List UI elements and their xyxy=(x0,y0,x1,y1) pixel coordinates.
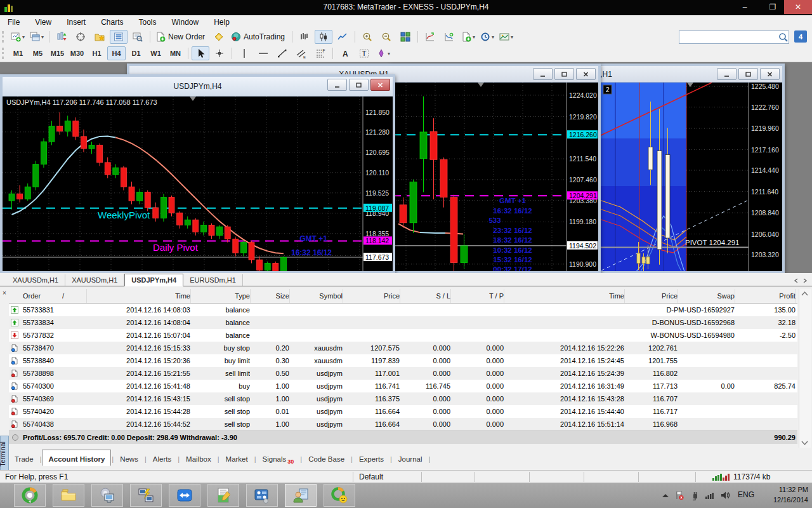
autotrading-button[interactable]: AutoTrading xyxy=(229,30,289,44)
taskbar-notepad-editor[interactable] xyxy=(207,484,239,507)
table-row-order-55740300[interactable]: 557403002014.12.16 15:41:48buy1.00usdjpy… xyxy=(9,380,797,393)
taskbar-file-explorer[interactable] xyxy=(53,484,84,507)
restore-button[interactable]: ❐ xyxy=(764,0,782,14)
menu-view[interactable]: View xyxy=(27,17,59,28)
terminal-tab-signals[interactable]: Signals30 xyxy=(257,452,300,467)
network-signal-icon[interactable] xyxy=(704,490,716,501)
fibonacci-retracement-button[interactable]: F xyxy=(311,46,329,60)
chart-close-button[interactable] xyxy=(760,68,780,80)
column-header-price[interactable]: Price xyxy=(625,289,678,303)
action-center-flag-icon[interactable] xyxy=(674,490,685,501)
text-button[interactable]: A xyxy=(336,46,354,60)
terminal-tab-market[interactable]: Market xyxy=(220,452,254,465)
column-header-price[interactable]: Price xyxy=(344,289,400,303)
taskbar-user-session[interactable] xyxy=(285,484,317,507)
new-order-button[interactable]: New Order xyxy=(154,30,209,44)
tile-windows-button[interactable] xyxy=(396,30,414,44)
table-row-order-55733834[interactable]: 557338342014.12.16 14:08:04balanceD-BONU… xyxy=(9,316,797,330)
chart-tab-usdjpym-h4[interactable]: USDJPYm,H4 xyxy=(124,274,183,286)
chart-bars-button[interactable] xyxy=(296,30,313,44)
menu-window[interactable]: Window xyxy=(164,17,207,28)
terminal-tab-alerts[interactable]: Alerts xyxy=(147,452,177,465)
terminal-tab-experts[interactable]: Experts xyxy=(353,452,390,465)
timeframe-m15-button[interactable]: M15 xyxy=(48,46,67,60)
column-header-profit[interactable]: Profit xyxy=(736,289,796,303)
table-row-order-55738898[interactable]: 557388982014.12.16 15:21:55sell limit0.5… xyxy=(9,367,797,380)
table-row-order-55740438[interactable]: 557404382014.12.16 15:44:52sell stop1.00… xyxy=(9,418,797,431)
column-header-time[interactable]: Time xyxy=(82,289,191,303)
timeframe-mn-button[interactable]: MN xyxy=(166,46,185,60)
terminal-side-tab[interactable]: Terminal xyxy=(0,436,9,471)
periods-button[interactable]: ▾ xyxy=(478,30,496,44)
table-row-order-55737832[interactable]: 557378322014.12.16 15:07:04balanceW-BONU… xyxy=(9,329,797,342)
menu-insert[interactable]: Insert xyxy=(59,17,93,28)
new-chart-button[interactable]: ▾ xyxy=(9,30,27,44)
power-plug-icon[interactable] xyxy=(689,490,700,501)
metaeditor-button[interactable] xyxy=(210,30,228,44)
terminal-tab-code-base[interactable]: Code Base xyxy=(303,452,350,465)
timeframe-h1-button[interactable]: H1 xyxy=(88,46,106,60)
menu-file[interactable]: File xyxy=(0,17,27,28)
column-header-order[interactable]: Order xyxy=(23,289,87,303)
table-scrollbar[interactable] xyxy=(799,289,811,448)
table-row-order-55733831[interactable]: 557338312014.12.16 14:08:03balanceD-PM-U… xyxy=(9,304,797,317)
taskbar-green-browser-app[interactable] xyxy=(14,484,46,507)
strategy-tester-button[interactable] xyxy=(129,30,147,44)
notifications-badge[interactable]: 4 xyxy=(794,30,807,43)
column-header-swap[interactable]: Swap xyxy=(679,289,735,303)
terminal-tab-trade[interactable]: Trade xyxy=(9,452,39,465)
terminal-tab-account-history[interactable]: Account History xyxy=(42,450,111,466)
timeframe-m30-button[interactable]: M30 xyxy=(68,46,86,60)
show-hidden-icons[interactable] xyxy=(660,490,671,501)
chart-maximize-button[interactable] xyxy=(349,79,369,91)
chart-tab-xauusdm-h1[interactable]: XAUUSDm,H1 xyxy=(6,274,65,286)
table-row-order-55740420[interactable]: 557404202014.12.16 15:44:28sell stop0.01… xyxy=(9,405,797,418)
timeframe-h4-button[interactable]: H4 xyxy=(107,46,126,60)
taskbar-network-computer[interactable] xyxy=(91,484,123,507)
search-input[interactable] xyxy=(679,32,778,42)
clock[interactable]: 11:32 PM 12/16/2014 xyxy=(773,485,808,505)
volume-icon[interactable] xyxy=(719,490,731,501)
menu-charts[interactable]: Charts xyxy=(93,17,131,28)
chart-maximize-button[interactable] xyxy=(554,68,574,80)
toolbar-grip[interactable] xyxy=(2,31,6,43)
column-header-symbol[interactable]: Symbol xyxy=(291,289,343,303)
chart-tabs-scroll-right[interactable] xyxy=(802,277,808,284)
timeframe-m5-button[interactable]: M5 xyxy=(29,46,47,60)
timeframe-w1-button[interactable]: W1 xyxy=(147,46,165,60)
crosshair-button[interactable] xyxy=(211,46,228,60)
taskbar-remote-desktop[interactable] xyxy=(130,484,162,507)
close-button[interactable]: ✕ xyxy=(784,0,812,14)
history-center-button[interactable] xyxy=(91,30,108,44)
templates-button[interactable]: ▾ xyxy=(497,30,515,44)
chart-tab-eurusdm-h1[interactable]: EURUSDm,H1 xyxy=(183,274,243,286)
text-label-button[interactable]: T xyxy=(355,46,373,60)
vertical-line-button[interactable] xyxy=(235,46,253,60)
chart-close-button[interactable] xyxy=(370,79,390,91)
taskbar-green-app-smiley[interactable] xyxy=(324,484,355,507)
zoom-out-button[interactable] xyxy=(377,30,395,44)
chart-tabs-scroll-left[interactable] xyxy=(793,277,799,284)
search-icon[interactable] xyxy=(778,32,789,43)
terminal-tab-mailbox[interactable]: Mailbox xyxy=(180,452,217,465)
column-header-size[interactable]: Size xyxy=(251,289,290,303)
profiles-button[interactable]: ▾ xyxy=(28,30,46,44)
scroll-up-arrow[interactable] xyxy=(801,290,809,297)
chart-canvas-usdjpym-h4[interactable]: WeeklyPivotDaily PivotGMT +116:32 16/121… xyxy=(3,97,393,271)
market-watch-button[interactable] xyxy=(53,30,70,44)
navigator-button[interactable] xyxy=(72,30,89,44)
timeframe-d1-button[interactable]: D1 xyxy=(127,46,145,60)
equidistant-channel-button[interactable]: E xyxy=(292,46,310,60)
language-indicator[interactable]: ENG xyxy=(738,490,754,499)
chart-tab-xauusdm-h1[interactable]: XAUUSDm,H1 xyxy=(65,274,124,286)
table-row-order-55740369[interactable]: 557403692014.12.16 15:43:15sell stop1.00… xyxy=(9,392,797,406)
taskbar-teamviewer[interactable] xyxy=(169,484,200,507)
timeframe-m1-button[interactable]: M1 xyxy=(9,46,27,60)
taskbar-control-panel[interactable] xyxy=(246,484,278,507)
arrow-objects-button[interactable]: ▾ xyxy=(374,46,392,60)
terminal-tab-news[interactable]: News xyxy=(114,452,144,465)
chart-maximize-button[interactable] xyxy=(738,68,758,80)
menu-help[interactable]: Help xyxy=(206,17,237,28)
terminal-toggle-button[interactable] xyxy=(110,30,128,44)
cursor-button[interactable] xyxy=(192,46,209,60)
